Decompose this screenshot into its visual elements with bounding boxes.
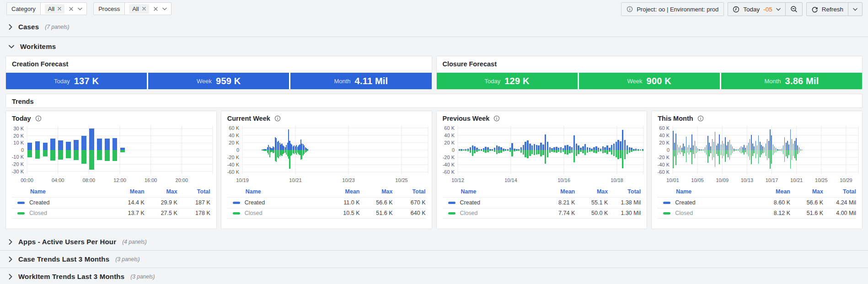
row-title: WorkItem Trends Last 3 Months	[18, 273, 124, 280]
series-swatch[interactable]	[233, 202, 240, 204]
row-header-cases[interactable]: Cases (7 panels)	[0, 17, 868, 37]
panel-title[interactable]: Closure Forecast	[437, 56, 503, 68]
series-name[interactable]: Created	[675, 199, 695, 206]
chevron-down-icon[interactable]	[162, 7, 167, 11]
chevron-down-icon	[853, 8, 857, 11]
filter-label: Process	[94, 3, 125, 15]
series-name[interactable]: Created	[29, 199, 49, 206]
legend-mean-value: 8.21 K	[542, 199, 575, 206]
legend-column-max[interactable]: Max	[360, 188, 393, 195]
series-name[interactable]: Closed	[675, 210, 693, 216]
info-icon[interactable]	[493, 115, 500, 122]
row-title: Case Trends Last 3 Months	[18, 255, 109, 263]
legend-max-value: 27.5 K	[145, 210, 177, 216]
legend-row: Created 8.60 K 56.6 K 4.24 Mil	[658, 197, 856, 208]
chevron-down-icon	[776, 8, 781, 11]
series-swatch[interactable]	[233, 212, 240, 214]
stat-value: 129 K	[504, 76, 529, 86]
legend-mean-value: 11.0 K	[327, 199, 360, 206]
svg-text:20:00: 20:00	[176, 177, 188, 183]
row-header-workitem-trends[interactable]: WorkItem Trends Last 3 Months (3 panels)	[0, 268, 868, 284]
series-swatch[interactable]	[448, 212, 455, 214]
legend-column-max[interactable]: Max	[575, 188, 608, 195]
legend-column-max[interactable]: Max	[790, 188, 823, 195]
series-swatch[interactable]	[663, 202, 670, 204]
info-icon[interactable]	[274, 115, 281, 122]
panel-title[interactable]: Creation Forecast	[6, 56, 74, 68]
svg-text:10/25: 10/25	[815, 177, 828, 183]
legend-column-total[interactable]: Total	[177, 188, 210, 195]
series-name[interactable]: Closed	[245, 210, 263, 216]
series-swatch[interactable]	[663, 212, 670, 214]
refresh-button[interactable]: Refresh	[807, 3, 848, 16]
panel-title[interactable]: Today	[12, 115, 31, 122]
legend-max-value: 51.6 K	[360, 210, 393, 216]
series-name[interactable]: Created	[245, 199, 265, 206]
legend-column-name[interactable]: Name	[227, 188, 327, 195]
chart-legend: NameMeanMaxTotal Created 11.0 K 56.6 K 6…	[227, 186, 426, 219]
stat-bar: Month 4.11 Mil	[290, 73, 431, 89]
legend-mean-value: 10.5 K	[327, 210, 360, 216]
legend-column-mean[interactable]: Mean	[112, 188, 145, 195]
series-name[interactable]: Closed	[29, 210, 47, 216]
legend-column-name[interactable]: Name	[443, 188, 542, 195]
legend-column-name[interactable]: Name	[12, 188, 112, 195]
bar-chart: 00:0004:0008:0012:0016:0020:0030 K20 K10…	[6, 123, 216, 186]
legend-column-total[interactable]: Total	[393, 188, 426, 195]
filter-value-dropdown[interactable]: All	[125, 3, 171, 15]
series-swatch[interactable]	[17, 212, 25, 214]
stat-value: 3.86 Mil	[785, 76, 819, 86]
info-icon[interactable]	[35, 115, 42, 122]
trends-text-panel: Trends	[5, 94, 863, 108]
row-header-case-trends[interactable]: Case Trends Last 3 Months (3 panels)	[0, 251, 868, 268]
info-icon[interactable]	[697, 115, 704, 122]
legend-max-value: 55.1 K	[575, 199, 608, 206]
series-swatch[interactable]	[17, 202, 25, 204]
legend-column-total[interactable]: Total	[608, 188, 641, 195]
chevron-right-icon	[9, 24, 12, 30]
filter-selected-pill[interactable]: All	[45, 4, 64, 14]
filter-clear-icon[interactable]	[154, 7, 158, 11]
row-header-workitems[interactable]: Workitems	[0, 37, 868, 56]
filter-value-dropdown[interactable]: All	[41, 3, 86, 15]
legend-total-value: 4.24 Mil	[823, 199, 856, 206]
trend-panels-row: Today 00:0004:0008:0012:0016:0020:0030 K…	[5, 111, 863, 229]
row-header-apps[interactable]: Apps - Active Users Per Hour (4 panels)	[0, 233, 868, 250]
legend-column-max[interactable]: Max	[145, 188, 177, 195]
svg-text:10/18: 10/18	[611, 177, 623, 183]
time-range-label: Today	[743, 6, 760, 13]
series-name[interactable]: Created	[460, 199, 480, 206]
clock-icon	[733, 6, 739, 13]
panel-title[interactable]: Previous Week	[443, 115, 490, 122]
legend-mean-value: 7.74 K	[542, 210, 575, 216]
zoom-out-time-button[interactable]	[785, 3, 802, 16]
filter-clear-icon[interactable]	[69, 7, 73, 11]
legend-column-mean[interactable]: Mean	[327, 188, 360, 195]
pill-remove-icon[interactable]	[142, 7, 146, 11]
legend-column-mean[interactable]: Mean	[542, 188, 575, 195]
legend-column-mean[interactable]: Mean	[757, 188, 790, 195]
trend-panel-previous-week: Previous Week 10/1210/1410/1610/1860 K40…	[436, 111, 648, 229]
project-environment-badge[interactable]: Project: oo | Environment: prod	[621, 2, 724, 16]
legend-column-total[interactable]: Total	[823, 188, 856, 195]
chevron-right-icon	[9, 239, 12, 245]
panel-title[interactable]: This Month	[658, 115, 693, 122]
svg-text:10/19: 10/19	[236, 177, 249, 183]
bar-chart: 10/1210/1410/1610/1860 K40 K20 K0-20 K-4…	[437, 123, 647, 186]
time-range-button[interactable]: Today -05	[728, 3, 785, 16]
stat-label: Week	[197, 78, 212, 85]
legend-column-name[interactable]: Name	[658, 188, 757, 195]
row-title: Apps - Active Users Per Hour	[18, 238, 116, 246]
legend-row: Created 14.4 K 29.9 K 187 K	[12, 197, 210, 208]
series-swatch[interactable]	[448, 202, 455, 204]
panel-header: Current Week	[221, 111, 432, 123]
series-name[interactable]: Closed	[460, 210, 478, 216]
row-title: Workitems	[20, 43, 56, 50]
svg-text:10/29: 10/29	[840, 177, 852, 183]
chevron-down-icon[interactable]	[78, 7, 82, 11]
refresh-interval-button[interactable]	[848, 3, 862, 16]
pill-remove-icon[interactable]	[58, 7, 61, 11]
filter-selected-pill[interactable]: All	[129, 4, 149, 14]
svg-text:04:00: 04:00	[52, 177, 64, 183]
panel-title[interactable]: Current Week	[227, 115, 270, 122]
